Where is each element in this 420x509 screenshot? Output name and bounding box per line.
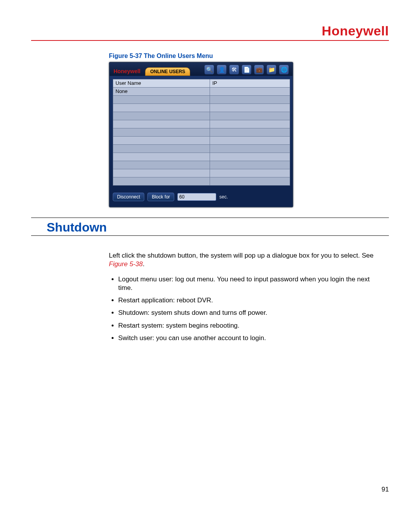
list-item: Restart system: system begins rebooting. bbox=[118, 321, 381, 330]
folder-icon[interactable]: 📁 bbox=[267, 65, 276, 74]
search-icon[interactable]: 🔍 bbox=[205, 65, 214, 74]
body-text: Left click the shutdown button, the syst… bbox=[109, 251, 381, 342]
figure-caption: Figure 5-37 The Online Users Menu bbox=[109, 53, 389, 60]
table-row bbox=[113, 169, 290, 177]
table-row bbox=[113, 145, 290, 153]
table-row bbox=[113, 104, 290, 112]
user-icon[interactable]: 👤 bbox=[217, 65, 226, 74]
page-number: 91 bbox=[382, 486, 389, 493]
intro-text-a: Left click the shutdown button, the syst… bbox=[109, 252, 373, 259]
table-row bbox=[113, 137, 290, 145]
col-user-name: User Name bbox=[113, 79, 210, 87]
list-item: Restart application: reboot DVR. bbox=[118, 296, 381, 305]
list-item: Shutdown: system shuts down and turns of… bbox=[118, 309, 381, 317]
toolbar-icons: 🔍 👤 🛠 📄 💼 📁 🌐 bbox=[190, 65, 290, 74]
header-rule bbox=[31, 40, 389, 41]
intro-text-b: . bbox=[143, 260, 145, 268]
online-users-table: User Name IP None bbox=[113, 79, 290, 186]
table-row bbox=[113, 120, 290, 128]
table-row bbox=[113, 161, 290, 169]
dvr-logo: Honeywell bbox=[114, 68, 140, 74]
list-item: Switch user: you can use another account… bbox=[118, 334, 381, 342]
dvr-footer: Disconnect Block for sec. bbox=[110, 189, 292, 207]
section-title-shutdown: Shutdown bbox=[47, 220, 389, 235]
brand-logo: Honeywell bbox=[322, 23, 389, 39]
cell-ip bbox=[210, 88, 290, 95]
block-for-button[interactable]: Block for bbox=[147, 193, 174, 201]
table-row bbox=[113, 128, 290, 137]
section-rule-bottom bbox=[31, 235, 389, 236]
tools-icon[interactable]: 🛠 bbox=[229, 65, 239, 74]
globe-icon[interactable]: 🌐 bbox=[279, 65, 289, 74]
block-duration-input[interactable] bbox=[177, 193, 216, 201]
tab-online-users[interactable]: ONLINE USERS bbox=[145, 67, 190, 76]
shutdown-options-list: Logout menu user: log out menu. You need… bbox=[118, 275, 381, 342]
section-rule-top bbox=[31, 218, 389, 218]
list-item: Logout menu user: log out menu. You need… bbox=[118, 275, 381, 292]
table-row bbox=[113, 177, 290, 185]
disconnect-button[interactable]: Disconnect bbox=[113, 193, 144, 201]
online-users-figure: Honeywell ONLINE USERS 🔍 👤 🛠 📄 💼 📁 🌐 Use… bbox=[109, 62, 293, 207]
block-unit-label: sec. bbox=[219, 194, 228, 200]
cell-user: None bbox=[113, 88, 210, 95]
table-row[interactable]: None bbox=[113, 88, 290, 96]
table-header: User Name IP bbox=[113, 79, 290, 88]
intro-paragraph: Left click the shutdown button, the syst… bbox=[109, 251, 381, 269]
table-row bbox=[113, 96, 290, 104]
col-ip: IP bbox=[210, 79, 290, 87]
table-row bbox=[113, 153, 290, 161]
briefcase-icon[interactable]: 💼 bbox=[254, 65, 264, 74]
figure-reference: Figure 5-38 bbox=[109, 260, 143, 268]
paper-icon[interactable]: 📄 bbox=[242, 65, 251, 74]
table-row bbox=[113, 112, 290, 120]
dvr-topbar: Honeywell ONLINE USERS 🔍 👤 🛠 📄 💼 📁 🌐 bbox=[110, 63, 292, 76]
